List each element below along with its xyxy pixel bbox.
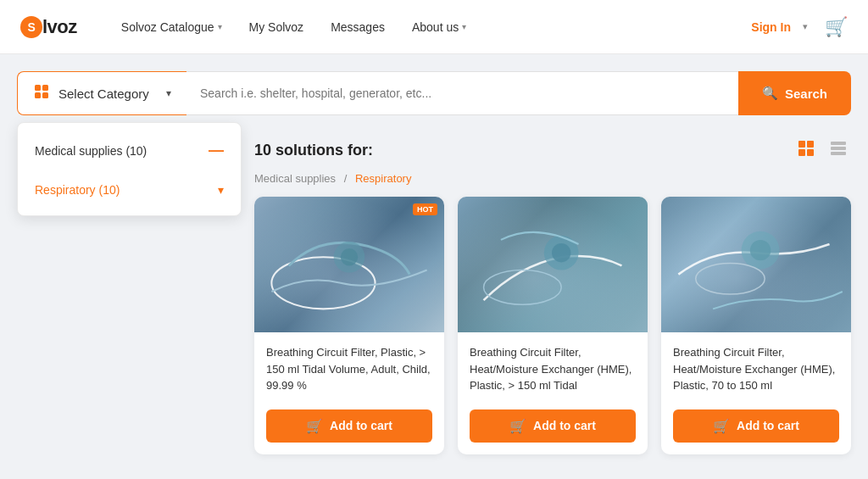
svg-rect-10 <box>831 152 846 155</box>
search-button-label: Search <box>785 86 827 101</box>
nav: Solvoz Catalogue ▾ My Solvoz Messages Ab… <box>111 14 848 41</box>
product-image-2 <box>458 197 648 332</box>
category-label: Select Category <box>58 86 149 101</box>
product-card: Breathing Circuit Filter, Heat/Moisture … <box>661 197 851 454</box>
svg-rect-4 <box>798 141 805 148</box>
catalogue-chevron-icon: ▾ <box>218 22 222 31</box>
product-info-2: Breathing Circuit Filter, Heat/Moisture … <box>458 332 648 403</box>
product-info-3: Breathing Circuit Filter, Heat/Moisture … <box>661 332 851 403</box>
nav-my-solvoz-label: My Solvoz <box>249 20 304 34</box>
list-view-icon[interactable] <box>826 136 851 165</box>
svg-point-19 <box>696 263 765 294</box>
product-info-1: Breathing Circuit Filter, Plastic, > 150… <box>254 332 444 403</box>
about-chevron-icon: ▾ <box>462 22 466 31</box>
breadcrumb: Medical supplies / Respiratory <box>254 172 851 185</box>
search-area: Select Category ▾ 🔍 Search Medical suppl… <box>0 54 868 124</box>
grid-view-icon[interactable] <box>793 136 819 165</box>
search-icon: 🔍 <box>762 86 778 101</box>
view-toggle <box>793 136 851 165</box>
search-input[interactable] <box>186 86 738 100</box>
svg-rect-0 <box>35 85 41 91</box>
nav-catalogue-label: Solvoz Catalogue <box>121 20 214 34</box>
header: Slvoz Solvoz Catalogue ▾ My Solvoz Messa… <box>0 0 868 54</box>
sign-in-area: Sign In ▾ <box>743 15 808 39</box>
add-to-cart-button-1[interactable]: 🛒 Add to cart <box>266 409 432 443</box>
add-to-cart-label-1: Add to cart <box>330 419 392 432</box>
product-grid: HOT Breathing Circuit Filter, Plastic, >… <box>254 197 851 454</box>
product-footer-3: 🛒 Add to cart <box>661 403 851 454</box>
dropdown-medical-supplies[interactable]: Medical supplies (10) — <box>18 130 241 171</box>
results-header: 10 solutions for: <box>254 136 851 165</box>
add-to-cart-button-2[interactable]: 🛒 Add to cart <box>470 409 636 443</box>
svg-rect-5 <box>807 141 814 148</box>
svg-point-16 <box>484 270 562 305</box>
cart-icon[interactable]: 🛒 <box>825 16 848 38</box>
dropdown-minus-icon: — <box>209 142 224 159</box>
product-title-3: Breathing Circuit Filter, Heat/Moisture … <box>673 344 839 394</box>
breadcrumb-parent[interactable]: Medical supplies <box>254 172 336 185</box>
svg-point-13 <box>341 248 358 265</box>
nav-my-solvoz[interactable]: My Solvoz <box>239 14 314 41</box>
add-to-cart-label-2: Add to cart <box>533 419 596 432</box>
category-button[interactable]: Select Category ▾ <box>17 71 186 115</box>
svg-rect-3 <box>42 92 48 98</box>
category-dropdown: Medical supplies (10) — Respiratory (10)… <box>17 122 242 216</box>
category-chevron-icon: ▾ <box>166 87 171 99</box>
dropdown-respiratory[interactable]: Respiratory (10) ▾ <box>18 171 241 209</box>
product-badge-1: HOT <box>413 203 437 215</box>
cart-btn-icon-2: 🛒 <box>509 418 526 434</box>
results-count: 10 solutions for: <box>254 142 373 159</box>
product-image-1: HOT <box>254 197 444 332</box>
svg-rect-2 <box>35 92 41 98</box>
cart-btn-icon-3: 🛒 <box>713 418 730 434</box>
sign-in-chevron-icon[interactable]: ▾ <box>803 21 808 32</box>
logo[interactable]: Slvoz <box>20 16 77 38</box>
medical-supplies-label: Medical supplies (10) <box>35 144 147 158</box>
svg-rect-6 <box>798 149 805 156</box>
svg-rect-1 <box>42 85 48 91</box>
nav-messages[interactable]: Messages <box>320 14 395 41</box>
respiratory-chevron-icon: ▾ <box>218 183 224 197</box>
product-card: HOT Breathing Circuit Filter, Plastic, >… <box>254 197 444 454</box>
respiratory-label: Respiratory (10) <box>35 183 120 197</box>
svg-rect-8 <box>831 142 846 145</box>
product-card: Breathing Circuit Filter, Heat/Moisture … <box>458 197 648 454</box>
product-title-1: Breathing Circuit Filter, Plastic, > 150… <box>266 344 432 394</box>
add-to-cart-label-3: Add to cart <box>737 419 799 432</box>
nav-messages-label: Messages <box>331 20 385 34</box>
svg-rect-7 <box>807 149 814 156</box>
logo-s-letter: S <box>20 16 42 38</box>
category-grid-icon <box>33 83 50 104</box>
search-input-wrap <box>186 71 738 115</box>
add-to-cart-button-3[interactable]: 🛒 Add to cart <box>673 409 839 443</box>
svg-point-15 <box>552 243 570 262</box>
product-title-2: Breathing Circuit Filter, Heat/Moisture … <box>470 344 636 394</box>
logo-rest: lvoz <box>42 16 77 38</box>
nav-solvoz-catalogue[interactable]: Solvoz Catalogue ▾ <box>111 14 232 41</box>
svg-point-18 <box>750 240 771 260</box>
breadcrumb-separator: / <box>344 172 348 185</box>
product-image-3 <box>661 197 851 332</box>
nav-about-us[interactable]: About us ▾ <box>402 14 476 41</box>
nav-about-label: About us <box>412 20 459 34</box>
cart-btn-icon-1: 🛒 <box>306 418 323 434</box>
sign-in-button[interactable]: Sign In <box>743 15 799 39</box>
product-footer-2: 🛒 Add to cart <box>458 403 648 454</box>
svg-rect-9 <box>831 147 846 150</box>
search-button[interactable]: 🔍 Search <box>738 71 851 115</box>
breadcrumb-current: Respiratory <box>355 172 411 185</box>
product-footer-1: 🛒 Add to cart <box>254 403 444 454</box>
